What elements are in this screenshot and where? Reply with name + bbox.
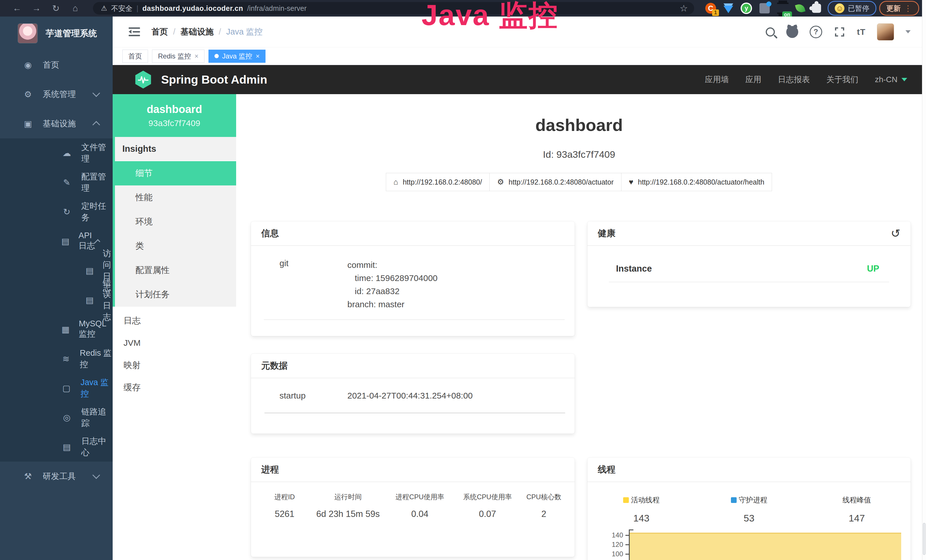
layers-icon: ≋ <box>61 354 71 364</box>
browser-home-icon[interactable]: ⌂ <box>66 3 85 14</box>
actuator-url-button[interactable]: ⚙ http://192.168.0.2:48080/actuator <box>489 173 622 191</box>
browser-forward-icon[interactable]: → <box>27 3 46 14</box>
stat-daemon-threads: 守护进程 53 <box>695 495 803 524</box>
sba-menu-metrics[interactable]: 性能 <box>115 185 236 210</box>
sidebar-item-log-center[interactable]: ▤ 日志中心 <box>0 432 113 462</box>
sidebar-item-infra[interactable]: ▣ 基础设施 <box>0 109 113 138</box>
service-url-button[interactable]: ⌂ http://192.168.0.2:48080/ <box>386 173 490 191</box>
tab-home[interactable]: 首页 <box>123 50 148 63</box>
sidebar-item-label: Redis 监控 <box>80 348 113 370</box>
sba-nav-wallboard[interactable]: 应用墙 <box>705 74 729 85</box>
extension-colorpicker-icon[interactable]: C 1 <box>705 3 716 14</box>
process-pid: 5261 <box>258 509 312 519</box>
url-path[interactable]: /infra/admin-server <box>247 4 307 12</box>
sidebar-item-file-manage[interactable]: ☁ 文件管理 <box>0 138 113 168</box>
app-logo-row[interactable]: 芋道管理系统 <box>0 17 113 50</box>
browser-update-button[interactable]: 更新 ⋮ <box>879 1 919 16</box>
help-icon[interactable]: ? <box>809 26 822 38</box>
health-instance-row[interactable]: Instance UP <box>587 246 911 274</box>
sba-menu-mappings[interactable]: 映射 <box>113 354 236 376</box>
toolbox-icon: ⚒ <box>22 471 34 481</box>
sba-nav-applications[interactable]: 应用 <box>746 74 761 85</box>
tab-redis-monitor[interactable]: Redis 监控 × <box>152 50 204 63</box>
sba-menu-scheduled-tasks[interactable]: 计划任务 <box>115 282 236 307</box>
url-host[interactable]: dashboard.yudao.iocoder.cn <box>142 4 243 12</box>
sidebar-item-label: MySQL 监控 <box>79 319 113 340</box>
sba-main: dashboard Id: 93a3fc7f7409 ⌂ http://192.… <box>236 94 922 560</box>
search-icon[interactable] <box>766 27 775 36</box>
sidebar-item-dev-tools[interactable]: ⚒ 研发工具 <box>0 462 113 491</box>
address-divider: | <box>136 4 139 13</box>
browser-back-icon[interactable]: ← <box>8 3 27 14</box>
avatar[interactable] <box>877 23 894 41</box>
sba-menu-environment[interactable]: 环境 <box>115 210 236 234</box>
sba-menu-details[interactable]: 细节 <box>115 161 236 185</box>
history-icon[interactable]: ↺ <box>891 227 900 240</box>
sidebar-item-redis-monitor[interactable]: ≋ Redis 监控 <box>0 344 113 374</box>
instance-id: 93a3fc7f7409 <box>148 118 200 128</box>
browser-menu-icon[interactable]: ⋮ <box>904 4 912 13</box>
health-url-button[interactable]: ♥ http://192.168.0.2:48080/actuator/heal… <box>621 173 772 191</box>
sidebar-submenu-infra: ☁ 文件管理 ✎ 配置管理 ↻ 定时任务 ▤ API 日志 ▤ 访问日志 ▤ <box>0 138 113 462</box>
breadcrumb: 首页 / 基础设施 / Java 监控 <box>151 26 262 38</box>
page-scrollbar[interactable] <box>922 0 926 560</box>
app-logo <box>18 23 38 43</box>
info-git-row: git commit: time: 1596289704000 id: 27aa… <box>251 246 575 311</box>
sidebar-fold-icon[interactable] <box>129 27 140 36</box>
extension-gem-icon[interactable] <box>723 3 733 13</box>
sidebar-item-system[interactable]: ⚙ 系统管理 <box>0 80 113 109</box>
bookmark-star-icon[interactable]: ☆ <box>679 3 688 14</box>
extension-switch-icon[interactable]: on <box>777 3 788 14</box>
info-row-label: git <box>280 259 347 311</box>
dashboard-icon: ◉ <box>22 60 34 70</box>
spring-boot-admin-logo[interactable] <box>134 70 153 89</box>
sidebar-item-api-logs[interactable]: ▤ API 日志 <box>0 227 113 256</box>
sidebar-item-label: 文件管理 <box>81 142 113 165</box>
sba-nav-about[interactable]: 关于我们 <box>826 74 858 85</box>
sba-menu-caches[interactable]: 缓存 <box>113 376 236 398</box>
sba-menu-logging[interactable]: 日志 <box>113 310 236 332</box>
extension-grid-icon[interactable] <box>760 3 770 14</box>
font-size-icon[interactable]: tT <box>857 27 865 37</box>
threads-stats: 活动线程 143 守护进程 53 线程峰值 147 <box>587 482 911 524</box>
fullscreen-icon[interactable] <box>834 26 846 38</box>
chevron-up-icon <box>92 121 100 129</box>
github-icon[interactable] <box>786 26 798 38</box>
profile-paused-chip[interactable]: ☺ 已暂停 <box>828 1 876 16</box>
tags-bar: 首页 Redis 监控 × Java 监控 × <box>113 47 922 65</box>
sba-menu-config-props[interactable]: 配置属性 <box>115 258 236 282</box>
language-selector[interactable]: zh-CN <box>875 75 907 84</box>
sba-brand[interactable]: Spring Boot Admin <box>161 73 267 86</box>
tab-label: Redis 监控 <box>158 51 191 61</box>
sidebar-item-tracing[interactable]: ◎ 链路追踪 <box>0 403 113 432</box>
sba-menu-classes[interactable]: 类 <box>115 234 236 258</box>
breadcrumb-home[interactable]: 首页 <box>151 26 168 38</box>
avatar-caret-icon[interactable] <box>905 30 911 33</box>
sidebar-item-access-logs[interactable]: ▤ 访问日志 <box>0 256 113 285</box>
instance-header[interactable]: dashboard 93a3fc7f7409 <box>113 94 236 137</box>
tab-java-monitor[interactable]: Java 监控 × <box>209 50 265 63</box>
y-tick-mark <box>625 544 629 545</box>
close-icon[interactable]: × <box>195 52 198 60</box>
sidebar-item-error-logs[interactable]: ▤ 错误日志 <box>0 285 113 315</box>
browser-reload-icon[interactable]: ↻ <box>46 3 66 14</box>
active-dot-icon <box>215 54 219 58</box>
sba-nav-journal[interactable]: 日志报表 <box>778 74 810 85</box>
extension-leaf-icon[interactable] <box>796 4 805 12</box>
sidebar-item-home[interactable]: ◉ 首页 <box>0 50 113 80</box>
edit-icon: ✎ <box>61 177 72 188</box>
not-secure-label[interactable]: 不安全 <box>111 4 133 13</box>
extensions-puzzle-icon[interactable] <box>812 4 821 13</box>
address-bar[interactable]: ⚠ 不安全 | dashboard.yudao.iocoder.cn /infr… <box>93 2 694 15</box>
close-icon[interactable]: × <box>256 52 260 60</box>
breadcrumb-infra[interactable]: 基础设施 <box>180 26 213 38</box>
sidebar-item-label: 错误日志 <box>103 277 113 323</box>
extension-y-icon[interactable]: y <box>741 3 752 14</box>
scrollbar-thumb[interactable] <box>923 523 925 555</box>
sidebar-item-mysql-monitor[interactable]: ▦ MySQL 监控 <box>0 315 113 344</box>
sidebar-item-java-monitor[interactable]: ▢ Java 监控 <box>0 374 113 403</box>
sba-menu-jvm[interactable]: JVM <box>113 332 236 354</box>
sidebar-item-scheduled-jobs[interactable]: ↻ 定时任务 <box>0 197 113 227</box>
sidebar-item-config-manage[interactable]: ✎ 配置管理 <box>0 168 113 197</box>
card-threads-title: 线程 <box>587 458 911 482</box>
